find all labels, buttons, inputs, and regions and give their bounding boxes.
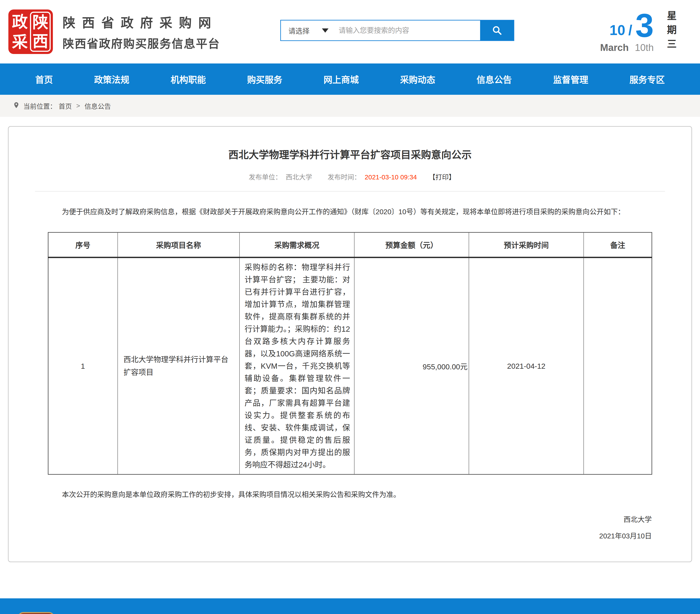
nav-item-7[interactable]: 监督管理 <box>553 73 588 86</box>
date-numbers: 10 / 3 March10th <box>600 11 654 53</box>
table-header-row: 序号采购项目名称采购需求概况预算金额（元）预计采购时间备注 <box>48 233 652 258</box>
footer-separator: ｜ <box>186 612 205 614</box>
footer-line-1: 陕西省财政厅政府采购管理处主办 ｜ 陕西省财政厅信息化建设管理处承办 <box>73 612 700 614</box>
cell-demand-overview: 采购标的名称：物理学科并行计算平台扩容； 主要功能：对已有并行计算平台进行扩容，… <box>239 257 354 475</box>
nav-item-8[interactable]: 服务专区 <box>629 73 665 86</box>
footer-undertaker: 陕西省财政厅信息化建设管理处承办 <box>205 612 325 614</box>
cell-serial-number: 1 <box>48 257 118 475</box>
date-day-ordinal: 10th <box>635 42 654 53</box>
date-weekday: 星期三 <box>666 11 676 53</box>
date-month-number: 3 <box>635 11 654 40</box>
footer-text: 陕西省财政厅政府采购管理处主办 ｜ 陕西省财政厅信息化建设管理处承办 技术支持：… <box>73 612 700 614</box>
date-slash: / <box>625 23 635 40</box>
site-subtitle: 陕西省政府购买服务信息平台 <box>63 35 220 51</box>
footer-organizer: 陕西省财政厅政府采购管理处主办 <box>73 612 186 614</box>
logo-char-1: 采 <box>12 34 28 50</box>
cell-budget-amount: 955,000.00元 <box>354 257 469 475</box>
site-header: 政采 陕西 陕西省政府采购网 陕西省政府购买服务信息平台 请选择 <box>0 0 700 63</box>
table-header-4: 预计采购时间 <box>469 233 584 258</box>
search-icon <box>491 25 502 36</box>
publisher-label: 发布单位： <box>249 173 282 181</box>
breadcrumb-separator: > <box>76 102 80 110</box>
table-header-2: 采购需求概况 <box>239 233 354 258</box>
nav-item-1[interactable]: 政策法规 <box>94 73 129 86</box>
breadcrumb-item-1[interactable]: 信息公告 <box>85 101 111 111</box>
article-meta: 发布单位：西北大学 发布时间：2021-03-10 09:34 【打印】 <box>35 172 665 192</box>
breadcrumb-item-0[interactable]: 首页 <box>59 101 72 111</box>
publisher-value: 西北大学 <box>286 173 312 181</box>
breadcrumb: 当前位置： 首页>信息公告 <box>0 95 700 117</box>
government-badge: 党政机关 <box>17 612 55 614</box>
date-day: 10 <box>610 23 625 40</box>
announcement-box: 西北大学物理学科并行计算平台扩容项目采购意向公示 发布单位：西北大学 发布时间：… <box>8 126 692 562</box>
search-category-select[interactable]: 请选择 <box>281 21 336 40</box>
search-button[interactable] <box>480 21 514 40</box>
main-content: 西北大学物理学科并行计算平台扩容项目采购意向公示 发布单位：西北大学 发布时间：… <box>0 117 700 581</box>
search-input[interactable] <box>336 21 480 40</box>
caret-down-icon <box>322 28 328 33</box>
intro-paragraph: 为便于供应商及时了解政府采购信息，根据《财政部关于开展政府采购意向公开工作的通知… <box>48 204 652 220</box>
search-category-label: 请选择 <box>288 25 310 36</box>
cell-remark <box>584 257 652 475</box>
table-header-3: 预算金额（元） <box>354 233 469 258</box>
date-bottom-row: March10th <box>600 42 654 53</box>
date-widget: 10 / 3 March10th 星期三 <box>600 11 676 53</box>
print-button[interactable]: 【打印】 <box>429 173 455 181</box>
search-bar: 请选择 <box>280 20 514 41</box>
nav-item-4[interactable]: 网上商城 <box>324 73 359 86</box>
closing-paragraph: 本次公开的采购意向是本单位政府采购工作的初步安排，具体采购项目情况以相关采购公告… <box>48 488 652 502</box>
location-pin-icon <box>13 100 20 111</box>
nav-item-2[interactable]: 机构职能 <box>171 73 206 86</box>
cell-expected-time: 2021-04-12 <box>469 257 584 475</box>
table-row: 1 西北大学物理学科并行计算平台扩容项目 采购标的名称：物理学科并行计算平台扩容… <box>48 257 652 475</box>
publish-time-value: 2021-03-10 09:34 <box>365 173 417 181</box>
breadcrumb-label: 当前位置： <box>23 101 57 111</box>
date-month-name: March <box>600 42 629 53</box>
badge-emblem-icon <box>19 613 53 614</box>
cell-project-name: 西北大学物理学科并行计算平台扩容项目 <box>118 257 239 475</box>
site-titles: 陕西省政府采购网 陕西省政府购买服务信息平台 <box>63 13 220 51</box>
signature-date: 2021年03月10日 <box>48 528 652 544</box>
procurement-table: 序号采购项目名称采购需求概况预算金额（元）预计采购时间备注 1 西北大学物理学科… <box>48 232 652 475</box>
table-header-0: 序号 <box>48 233 118 258</box>
date-top-row: 10 / 3 <box>600 11 654 40</box>
logo-char-1: 西 <box>33 33 48 49</box>
logo-char-0: 政 <box>12 14 28 30</box>
signature-block: 西北大学 2021年03月10日 <box>48 511 652 544</box>
nav-item-3[interactable]: 购买服务 <box>247 73 282 86</box>
publish-time-label: 发布时间： <box>328 173 361 181</box>
site-footer: 党政机关 陕西省财政厅政府采购管理处主办 ｜ 陕西省财政厅信息化建设管理处承办 … <box>0 598 700 614</box>
page-title: 西北大学物理学科并行计算平台扩容项目采购意向公示 <box>35 147 665 161</box>
logo-column-left: 政采 <box>11 12 29 52</box>
nav-item-5[interactable]: 采购动态 <box>400 73 435 86</box>
page: 政采 陕西 陕西省政府采购网 陕西省政府购买服务信息平台 请选择 <box>0 0 700 614</box>
nav-item-0[interactable]: 首页 <box>35 73 53 86</box>
site-title: 陕西省政府采购网 <box>63 13 220 31</box>
nav-item-6[interactable]: 信息公告 <box>477 73 512 86</box>
breadcrumb-items: 首页>信息公告 <box>57 101 113 111</box>
main-nav: 首页政策法规机构职能购买服务网上商城采购动态信息公告监督管理服务专区 <box>0 63 700 95</box>
table-header-1: 采购项目名称 <box>118 233 239 258</box>
logo-column-right: 陕西 <box>30 12 51 52</box>
site-logo[interactable]: 政采 陕西 <box>8 10 53 54</box>
table-header-5: 备注 <box>584 233 652 258</box>
signature-org: 西北大学 <box>48 511 652 528</box>
logo-char-0: 陕 <box>33 14 48 30</box>
